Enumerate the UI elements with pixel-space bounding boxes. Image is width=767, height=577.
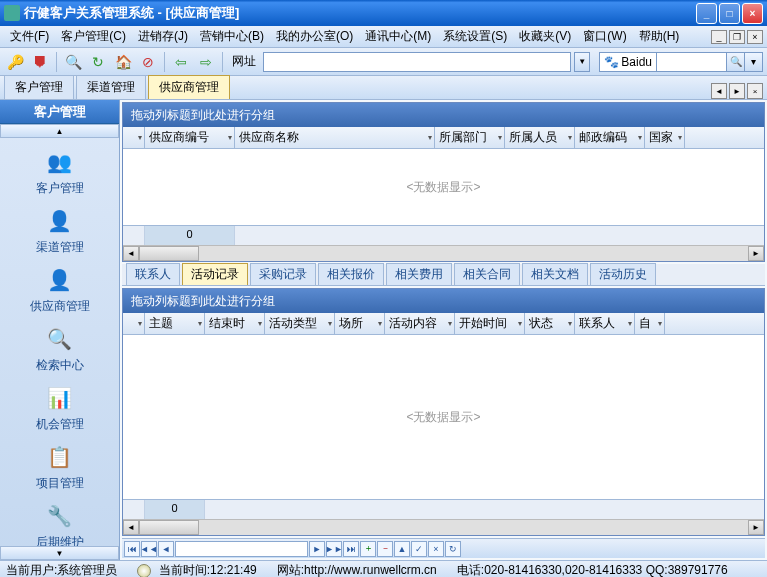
- upper-col-0[interactable]: 供应商编号▾: [145, 127, 235, 148]
- key-icon[interactable]: 🔑: [4, 51, 26, 73]
- tab-close[interactable]: ×: [747, 83, 763, 99]
- menu-comm[interactable]: 通讯中心(M): [359, 26, 437, 47]
- nav-edit[interactable]: ▲: [394, 541, 410, 557]
- lower-hscroll[interactable]: ◄ ►: [123, 519, 764, 535]
- address-input[interactable]: [263, 52, 571, 72]
- sidebar-scroll-up[interactable]: ▲: [0, 124, 119, 138]
- chevron-down-icon[interactable]: ▾: [568, 319, 572, 328]
- menu-settings[interactable]: 系统设置(S): [437, 26, 513, 47]
- lower-col-0[interactable]: 主题▾: [145, 313, 205, 334]
- maximize-button[interactable]: □: [719, 3, 740, 24]
- chevron-down-icon[interactable]: ▾: [678, 133, 682, 142]
- tab-customer-mgmt[interactable]: 客户管理: [4, 75, 74, 99]
- nav-check[interactable]: ✓: [411, 541, 427, 557]
- search-input[interactable]: [657, 52, 727, 72]
- menu-office[interactable]: 我的办公室(O): [270, 26, 359, 47]
- chevron-down-icon[interactable]: ▾: [198, 319, 202, 328]
- mdi-restore[interactable]: ❐: [729, 30, 745, 44]
- sub-tab-7[interactable]: 活动历史: [590, 263, 656, 285]
- hscroll-left-icon[interactable]: ◄: [123, 246, 139, 261]
- row-indicator-head[interactable]: ▾: [123, 127, 145, 148]
- upper-col-3[interactable]: 所属人员▾: [505, 127, 575, 148]
- menu-favorites[interactable]: 收藏夹(V): [513, 26, 577, 47]
- sidebar-item-6[interactable]: 🔧 后期维护: [0, 496, 119, 546]
- chevron-down-icon[interactable]: ▾: [498, 133, 502, 142]
- hscroll-left-icon[interactable]: ◄: [123, 520, 139, 535]
- nav-next[interactable]: ►: [309, 541, 325, 557]
- minimize-button[interactable]: _: [696, 3, 717, 24]
- nav-first[interactable]: ⏮: [124, 541, 140, 557]
- lower-col-4[interactable]: 活动内容▾: [385, 313, 455, 334]
- lower-col-6[interactable]: 状态▾: [525, 313, 575, 334]
- chevron-down-icon[interactable]: ▾: [448, 319, 452, 328]
- nav-prev-page[interactable]: ◄◄: [141, 541, 157, 557]
- menu-customer[interactable]: 客户管理(C): [55, 26, 132, 47]
- chevron-down-icon[interactable]: ▾: [258, 319, 262, 328]
- chevron-down-icon[interactable]: ▾: [638, 133, 642, 142]
- sidebar-item-5[interactable]: 📋 项目管理: [0, 437, 119, 496]
- sub-tab-0[interactable]: 联系人: [126, 263, 180, 285]
- upper-col-2[interactable]: 所属部门▾: [435, 127, 505, 148]
- stop-icon[interactable]: ⊘: [137, 51, 159, 73]
- nav-cancel[interactable]: ×: [428, 541, 444, 557]
- chevron-down-icon[interactable]: ▾: [328, 319, 332, 328]
- menu-marketing[interactable]: 营销中心(B): [194, 26, 270, 47]
- sub-tab-5[interactable]: 相关合同: [454, 263, 520, 285]
- tab-scroll-left[interactable]: ◄: [711, 83, 727, 99]
- sidebar-item-2[interactable]: 👤 供应商管理: [0, 260, 119, 319]
- upper-col-4[interactable]: 邮政编码▾: [575, 127, 645, 148]
- menu-help[interactable]: 帮助(H): [633, 26, 686, 47]
- nav-position[interactable]: [175, 541, 308, 557]
- close-button[interactable]: ×: [742, 3, 763, 24]
- nav-add[interactable]: ＋: [360, 541, 376, 557]
- mdi-minimize[interactable]: _: [711, 30, 727, 44]
- nav-next-page[interactable]: ►►: [326, 541, 342, 557]
- upper-col-1[interactable]: 供应商名称▾: [235, 127, 435, 148]
- menu-window[interactable]: 窗口(W): [577, 26, 632, 47]
- lower-col-5[interactable]: 开始时间▾: [455, 313, 525, 334]
- sub-tab-4[interactable]: 相关费用: [386, 263, 452, 285]
- row-indicator-head[interactable]: ▾: [123, 313, 145, 334]
- lower-group-bar[interactable]: 拖动列标题到此处进行分组: [123, 289, 764, 313]
- chevron-down-icon[interactable]: ▾: [428, 133, 432, 142]
- sidebar-scroll-down[interactable]: ▼: [0, 546, 119, 560]
- lower-col-8[interactable]: 自▾: [635, 313, 665, 334]
- sidebar-item-0[interactable]: 👥 客户管理: [0, 142, 119, 201]
- lower-col-2[interactable]: 活动类型▾: [265, 313, 335, 334]
- sub-tab-2[interactable]: 采购记录: [250, 263, 316, 285]
- mdi-close[interactable]: ×: [747, 30, 763, 44]
- menu-stock[interactable]: 进销存(J): [132, 26, 194, 47]
- chevron-down-icon[interactable]: ▾: [378, 319, 382, 328]
- nav-refresh[interactable]: ↻: [445, 541, 461, 557]
- menu-file[interactable]: 文件(F): [4, 26, 55, 47]
- tab-channel-mgmt[interactable]: 渠道管理: [76, 75, 146, 99]
- upper-group-bar[interactable]: 拖动列标题到此处进行分组: [123, 103, 764, 127]
- sidebar-item-4[interactable]: 📊 机会管理: [0, 378, 119, 437]
- hscroll-right-icon[interactable]: ►: [748, 520, 764, 535]
- address-dropdown[interactable]: ▼: [574, 52, 590, 72]
- lower-col-3[interactable]: 场所▾: [335, 313, 385, 334]
- sidebar-item-3[interactable]: 🔍 检索中心: [0, 319, 119, 378]
- nav-last[interactable]: ⏭: [343, 541, 359, 557]
- back-icon[interactable]: ⇦: [170, 51, 192, 73]
- upper-col-5[interactable]: 国家▾: [645, 127, 685, 148]
- nav-prev[interactable]: ◄: [158, 541, 174, 557]
- forward-icon[interactable]: ⇨: [195, 51, 217, 73]
- search-icon[interactable]: 🔍: [62, 51, 84, 73]
- hscroll-right-icon[interactable]: ►: [748, 246, 764, 261]
- tab-scroll-right[interactable]: ►: [729, 83, 745, 99]
- sub-tab-3[interactable]: 相关报价: [318, 263, 384, 285]
- upper-hscroll[interactable]: ◄ ►: [123, 245, 764, 261]
- sub-tab-6[interactable]: 相关文档: [522, 263, 588, 285]
- chevron-down-icon[interactable]: ▾: [658, 319, 662, 328]
- chevron-down-icon[interactable]: ▾: [568, 133, 572, 142]
- search-go-button[interactable]: 🔍: [727, 52, 745, 72]
- chevron-down-icon[interactable]: ▾: [518, 319, 522, 328]
- nav-delete[interactable]: －: [377, 541, 393, 557]
- refresh-icon[interactable]: ↻: [87, 51, 109, 73]
- hscroll-thumb[interactable]: [139, 520, 199, 535]
- sidebar-item-1[interactable]: 👤 渠道管理: [0, 201, 119, 260]
- shield-icon[interactable]: ⛊: [29, 51, 51, 73]
- lower-col-1[interactable]: 结束时▾: [205, 313, 265, 334]
- chevron-down-icon[interactable]: ▾: [228, 133, 232, 142]
